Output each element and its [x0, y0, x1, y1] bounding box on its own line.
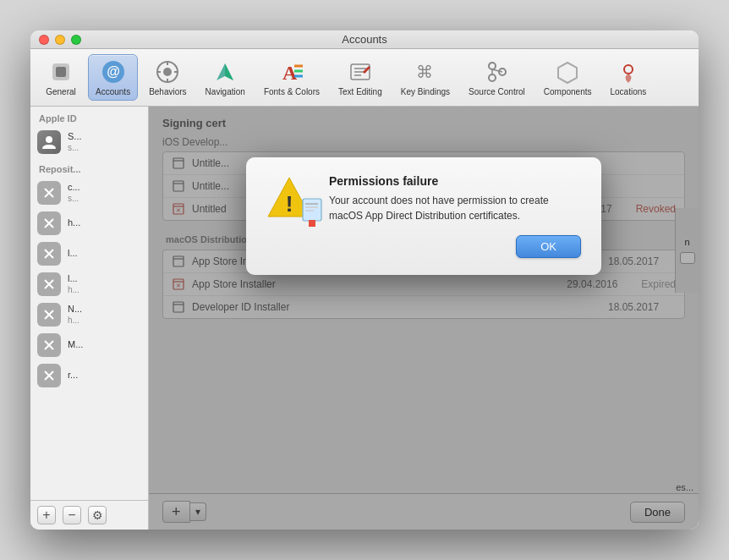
toolbar-item-general[interactable]: General — [37, 54, 85, 101]
x-mark-icon-4 — [37, 272, 61, 296]
repo4-text: l... h... — [68, 273, 79, 294]
x-mark-icon-6 — [37, 333, 61, 357]
sidebar-item-repo6[interactable]: M... — [30, 330, 148, 360]
svg-rect-61 — [312, 220, 315, 227]
components-icon — [554, 58, 581, 85]
svg-text:@: @ — [107, 64, 120, 79]
modal-title: Permissions failure — [329, 174, 581, 188]
toolbar-item-locations[interactable]: Locations — [603, 54, 655, 101]
toolbar-item-behaviors[interactable]: Behaviors — [141, 54, 194, 101]
modal-footer: OK — [266, 235, 581, 258]
svg-rect-60 — [309, 220, 312, 227]
toolbar-item-text-editing[interactable]: Text Editing — [331, 54, 390, 101]
window-controls — [39, 35, 81, 45]
svg-point-25 — [46, 136, 52, 143]
navigation-label: Navigation — [206, 87, 245, 96]
toolbar-item-source-control[interactable]: Source Control — [461, 54, 533, 101]
repo3-text: l... — [68, 248, 78, 259]
repo1-text: c... s... — [68, 182, 80, 203]
general-icon — [47, 58, 74, 85]
titlebar: Accounts — [30, 30, 699, 49]
repo5-text: N... h... — [68, 304, 82, 325]
key-bindings-icon: ⌘ — [412, 58, 439, 85]
modal-text-block: Permissions failure Your account does no… — [329, 174, 581, 223]
modal-message: Your account does not have permission to… — [329, 193, 581, 223]
modal-overlay: ! — [149, 107, 699, 530]
svg-text:!: ! — [286, 191, 293, 217]
toolbar-item-components[interactable]: Components — [536, 54, 600, 101]
ok-button[interactable]: OK — [516, 235, 581, 258]
x-mark-icon-2 — [37, 211, 61, 235]
sidebar-item-repo3[interactable]: l... — [30, 239, 148, 269]
svg-rect-56 — [303, 199, 321, 221]
general-label: General — [46, 87, 76, 96]
x-mark-icon-5 — [37, 303, 61, 327]
content-area: Apple ID S... s... Reposit... — [30, 107, 699, 530]
apple-id-text: S... s... — [68, 131, 82, 152]
svg-rect-1 — [56, 67, 66, 77]
sidebar-footer: + − ⚙ — [30, 500, 148, 530]
accounts-icon: @ — [100, 58, 127, 85]
sidebar-item-repo4[interactable]: l... h... — [30, 269, 148, 299]
source-control-label: Source Control — [469, 87, 525, 96]
text-editing-icon — [347, 58, 374, 85]
x-mark-icon-3 — [37, 242, 61, 266]
cert-badge-overlay — [302, 198, 326, 227]
repo6-text: M... — [68, 339, 83, 350]
permissions-modal: ! — [246, 157, 601, 275]
add-account-button[interactable]: + — [37, 506, 56, 524]
fonts-colors-label: Fonts & Colors — [264, 87, 320, 96]
apple-id-sub: s... — [68, 143, 82, 153]
source-control-icon — [483, 58, 510, 85]
toolbar-item-key-bindings[interactable]: ⌘ Key Bindings — [393, 54, 458, 101]
behaviors-label: Behaviors — [149, 87, 186, 96]
sidebar-section-repos: Reposit... — [30, 157, 148, 178]
key-bindings-label: Key Bindings — [401, 87, 450, 96]
gear-button[interactable]: ⚙ — [88, 506, 107, 524]
locations-icon — [615, 58, 642, 85]
accounts-label: Accounts — [96, 87, 130, 96]
components-label: Components — [544, 87, 592, 96]
toolbar: General @ Accounts — [30, 49, 699, 107]
sidebar-item-repo1[interactable]: c... s... — [30, 178, 148, 208]
svg-point-20 — [489, 74, 496, 81]
modal-header: ! — [266, 174, 581, 225]
sidebar: Apple ID S... s... Reposit... — [30, 107, 149, 530]
x-mark-icon-7 — [37, 364, 61, 387]
svg-point-5 — [163, 68, 172, 76]
main-panel: Signing cert iOS Develop... Untitle... — [149, 107, 699, 530]
sidebar-item-repo7[interactable]: r... — [30, 360, 148, 391]
svg-point-24 — [624, 65, 633, 74]
remove-account-button[interactable]: − — [63, 506, 81, 524]
sidebar-section-apple: Apple ID — [30, 107, 148, 127]
warning-icon: ! — [266, 174, 317, 225]
apple-id-label: S... — [68, 131, 82, 142]
window-title: Accounts — [342, 33, 386, 46]
close-button[interactable] — [39, 35, 49, 45]
navigation-icon — [211, 58, 238, 85]
fonts-colors-icon: A — [278, 58, 305, 85]
maximize-button[interactable] — [71, 35, 81, 45]
locations-label: Locations — [611, 87, 647, 96]
toolbar-item-navigation[interactable]: Navigation — [198, 54, 253, 101]
repo2-text: h... — [68, 217, 80, 228]
behaviors-icon — [154, 58, 181, 85]
text-editing-label: Text Editing — [338, 87, 382, 96]
svg-point-19 — [489, 63, 496, 69]
toolbar-item-accounts[interactable]: @ Accounts — [88, 54, 138, 101]
sidebar-item-apple-id[interactable]: S... s... — [30, 127, 148, 157]
sidebar-item-repo2[interactable]: h... — [30, 208, 148, 239]
main-window: Accounts General @ Accounts — [30, 30, 699, 530]
toolbar-item-fonts-colors[interactable]: A Fonts & Colors — [256, 54, 327, 101]
minimize-button[interactable] — [55, 35, 65, 45]
person-icon — [37, 130, 61, 154]
svg-text:⌘: ⌘ — [416, 63, 433, 81]
x-mark-icon-1 — [37, 181, 61, 205]
repo7-text: r... — [68, 370, 78, 381]
sidebar-item-repo5[interactable]: N... h... — [30, 299, 148, 330]
